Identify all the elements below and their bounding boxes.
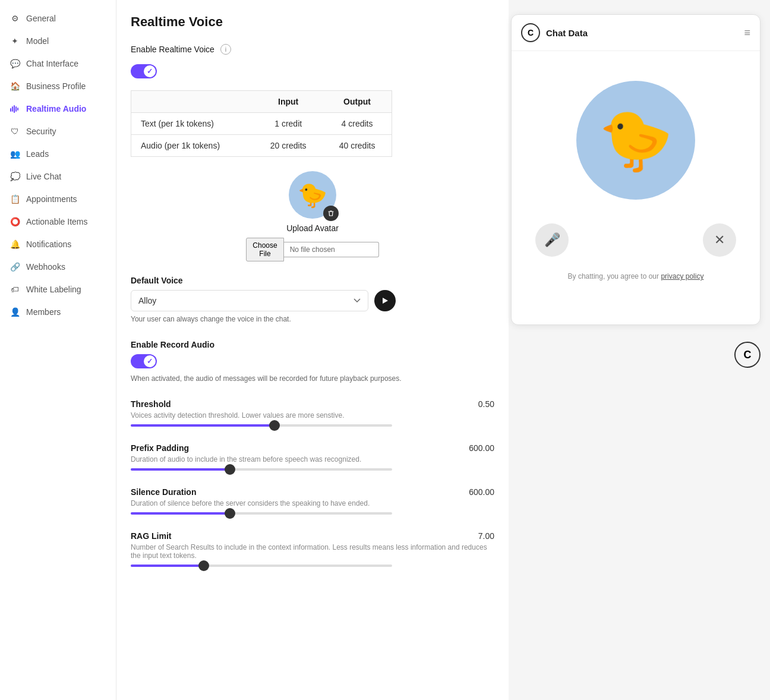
rag-limit-thumb[interactable] — [198, 560, 209, 571]
rag-limit-description: Number of Search Results to include in t… — [131, 543, 494, 560]
rag-limit-slider[interactable] — [131, 565, 392, 567]
model-icon: ✦ — [10, 36, 20, 46]
label-icon: 🏷 — [10, 284, 20, 295]
silence-duration-section: Silence Duration 600.00 Duration of sile… — [131, 487, 494, 515]
rag-limit-fill — [131, 565, 204, 567]
sidebar-item-webhooks[interactable]: 🔗 Webhooks — [0, 256, 116, 278]
enable-record-audio-description: When activated, the audio of messages wi… — [131, 374, 494, 383]
sidebar-item-realtime-audio[interactable]: Realtime Audio — [0, 97, 116, 120]
prefix-padding-slider[interactable] — [131, 468, 392, 471]
home-icon: 🏠 — [10, 81, 20, 92]
threshold-slider[interactable] — [131, 424, 392, 427]
toggle-knob-2 — [144, 355, 156, 367]
svg-rect-1 — [12, 106, 13, 112]
sidebar-item-white-labeling[interactable]: 🏷 White Labeling — [0, 278, 116, 301]
enable-realtime-voice-toggle[interactable] — [131, 64, 157, 78]
svg-rect-3 — [15, 106, 17, 112]
choose-file-button[interactable]: Choose File — [246, 238, 283, 261]
sidebar-item-appointments[interactable]: 📋 Appointments — [0, 188, 116, 210]
threshold-description: Voices activity detection threshold. Low… — [131, 411, 494, 420]
col-header-output: Output — [323, 91, 392, 113]
voice-select[interactable]: Alloy Echo Fable Onyx Nova Shimmer — [131, 290, 368, 311]
menu-icon[interactable]: ≡ — [744, 27, 750, 39]
delete-avatar-button[interactable] — [323, 206, 339, 221]
leads-icon: 👥 — [10, 149, 20, 159]
sidebar-item-security[interactable]: 🛡 Security — [0, 120, 116, 143]
appointments-icon: 📋 — [10, 194, 20, 204]
rag-limit-value: 7.00 — [478, 531, 494, 541]
members-icon: 👤 — [10, 307, 20, 317]
silence-duration-thumb[interactable] — [225, 508, 235, 519]
table-cell-audio-label: Audio (per 1k tokens) — [131, 135, 254, 157]
table-cell-text-output: 4 credits — [323, 113, 392, 135]
sidebar-item-live-chat[interactable]: 💭 Live Chat — [0, 165, 116, 188]
threshold-thumb[interactable] — [269, 420, 280, 431]
chat-body: 🐤 🎤 ✕ By chatting, you agree to our priv… — [512, 51, 760, 324]
audio-icon — [10, 103, 20, 114]
prefix-padding-description: Duration of audio to include in the stre… — [131, 455, 494, 463]
sidebar-item-business-profile[interactable]: 🏠 Business Profile — [0, 75, 116, 97]
sidebar-item-model[interactable]: ✦ Model — [0, 30, 116, 52]
threshold-fill — [131, 424, 274, 427]
threshold-value: 0.50 — [478, 399, 494, 409]
avatar-section: 🐤 Upload Avatar Choose File No file chos… — [253, 171, 372, 261]
silence-duration-value: 600.00 — [469, 487, 494, 497]
toggle-knob — [144, 65, 156, 77]
threshold-section: Threshold 0.50 Voices activity detection… — [131, 399, 494, 427]
chat-bird-avatar: 🐤 — [576, 81, 695, 200]
silence-duration-slider[interactable] — [131, 512, 392, 515]
file-name-display: No file chosen — [284, 242, 379, 257]
prefix-padding-row: Prefix Padding 600.00 — [131, 443, 494, 453]
sidebar-item-notifications[interactable]: 🔔 Notifications — [0, 233, 116, 256]
prefix-padding-fill — [131, 468, 230, 471]
table-cell-text-input: 1 credit — [254, 113, 323, 135]
chat-header: C Chat Data ≡ — [512, 15, 760, 51]
close-button[interactable]: ✕ — [703, 223, 736, 257]
sidebar-item-leads[interactable]: 👥 Leads — [0, 143, 116, 165]
table-row: Text (per 1k tokens) 1 credit 4 credits — [131, 113, 392, 135]
prefix-padding-section: Prefix Padding 600.00 Duration of audio … — [131, 443, 494, 471]
gear-icon: ⚙ — [10, 13, 20, 24]
default-voice-label: Default Voice — [131, 276, 494, 285]
svg-rect-0 — [10, 108, 11, 112]
enable-record-audio-section: Enable Record Audio When activated, the … — [131, 340, 494, 383]
default-voice-section: Default Voice Alloy Echo Fable Onyx Nova… — [131, 276, 494, 323]
sidebar: ⚙ General ✦ Model 💬 Chat Interface 🏠 Bus… — [0, 0, 116, 700]
sidebar-item-general[interactable]: ⚙ General — [0, 7, 116, 30]
rag-limit-section: RAG Limit 7.00 Number of Search Results … — [131, 531, 494, 567]
rag-limit-row: RAG Limit 7.00 — [131, 531, 494, 541]
avatar-bird-emoji: 🐤 — [298, 181, 327, 209]
enable-record-audio-toggle[interactable] — [131, 354, 157, 368]
shield-icon: 🛡 — [10, 126, 20, 137]
table-row: Audio (per 1k tokens) 20 credits 40 cred… — [131, 135, 392, 157]
chat-data-logo-bottom: C — [734, 342, 760, 368]
privacy-policy-link[interactable]: privacy policy — [661, 272, 703, 280]
table-cell-audio-input: 20 credits — [254, 135, 323, 157]
col-header-input: Input — [254, 91, 323, 113]
prefix-padding-label: Prefix Padding — [131, 443, 189, 453]
chat-logo: C — [521, 23, 540, 42]
file-input-row: Choose File No file chosen — [246, 238, 378, 261]
chat-preview: C Chat Data ≡ 🐤 🎤 ✕ By chatting, you agr… — [511, 14, 760, 325]
play-button[interactable] — [374, 290, 396, 311]
sidebar-item-chat-interface[interactable]: 💬 Chat Interface — [0, 52, 116, 75]
col-header-label — [131, 91, 254, 113]
privacy-text: By chatting, you agree to our privacy po… — [562, 266, 710, 286]
sidebar-item-members[interactable]: 👤 Members — [0, 301, 116, 323]
table-cell-text-label: Text (per 1k tokens) — [131, 113, 254, 135]
chat-icon: 💬 — [10, 58, 20, 69]
chat-controls: 🎤 ✕ — [523, 223, 748, 257]
enable-realtime-voice-label: Enable Realtime Voice — [131, 45, 214, 54]
threshold-label: Threshold — [131, 399, 171, 409]
prefix-padding-thumb[interactable] — [225, 464, 235, 475]
enable-record-audio-label: Enable Record Audio — [131, 340, 494, 349]
silence-duration-row: Silence Duration 600.00 — [131, 487, 494, 497]
avatar-container: 🐤 — [289, 171, 336, 219]
sidebar-item-actionable-items[interactable]: ⭕ Actionable Items — [0, 210, 116, 233]
mic-button[interactable]: 🎤 — [535, 223, 569, 257]
table-cell-audio-output: 40 credits — [323, 135, 392, 157]
page-title: Realtime Voice — [131, 14, 494, 30]
avatar-label: Upload Avatar — [286, 223, 339, 233]
bell-icon: 🔔 — [10, 239, 20, 250]
credits-table: Input Output Text (per 1k tokens) 1 cred… — [131, 90, 392, 157]
